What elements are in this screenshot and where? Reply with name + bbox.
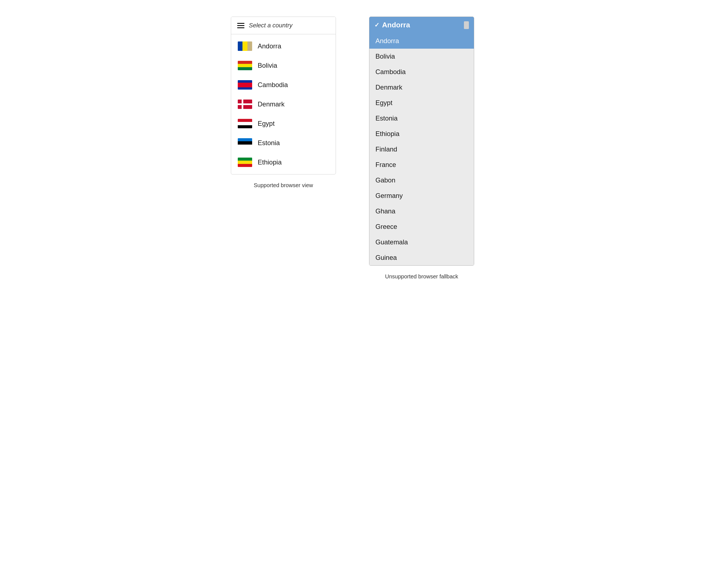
flag-estonia [238, 138, 252, 148]
native-option[interactable]: Guinea [369, 250, 474, 265]
custom-select[interactable]: Select a country Andorra [231, 16, 336, 175]
page-wrapper: Select a country Andorra [231, 16, 474, 280]
selected-with-check: ✓ Andorra [374, 21, 410, 29]
list-item[interactable]: Ethiopia [231, 153, 336, 172]
country-name: Egypt [258, 120, 275, 128]
flag-denmark [238, 100, 252, 109]
flag-ethiopia [238, 158, 252, 167]
native-option[interactable]: Gabon [369, 173, 474, 188]
flag-andorra [238, 42, 252, 51]
country-name: Andorra [258, 42, 281, 50]
native-select-list[interactable]: Andorra Bolivia Cambodia Denmark Egypt E… [369, 33, 474, 265]
native-option[interactable]: Germany [369, 188, 474, 203]
native-option[interactable]: Ethiopia [369, 126, 474, 142]
checkmark-icon: ✓ [374, 21, 379, 29]
hamburger-icon [237, 23, 244, 28]
list-item[interactable]: Denmark [231, 95, 336, 114]
native-option[interactable]: Egypt [369, 95, 474, 110]
list-item[interactable]: Cambodia [231, 75, 336, 95]
native-option[interactable]: Bolivia [369, 49, 474, 64]
native-select[interactable]: ✓ Andorra Andorra Bolivia Cambodia Denma… [369, 16, 474, 266]
selected-country-name: Andorra [382, 21, 410, 29]
list-item[interactable]: Egypt [231, 114, 336, 133]
native-option[interactable]: Ghana [369, 203, 474, 219]
custom-dropdown-list[interactable]: Andorra Bolivia [231, 34, 336, 174]
right-panel: ✓ Andorra Andorra Bolivia Cambodia Denma… [369, 16, 474, 280]
native-option[interactable]: Andorra [369, 33, 474, 49]
native-option[interactable]: Guatemala [369, 234, 474, 250]
flag-bolivia [238, 61, 252, 70]
native-option[interactable]: Denmark [369, 80, 474, 95]
country-name: Ethiopia [258, 158, 282, 166]
native-option[interactable]: Estonia [369, 110, 474, 126]
list-item[interactable]: Andorra [231, 37, 336, 56]
scroll-indicator [464, 21, 469, 29]
custom-dropdown: Andorra Bolivia [231, 34, 336, 174]
flag-egypt [238, 119, 252, 128]
list-item[interactable]: Bolivia [231, 56, 336, 75]
flag-cambodia [238, 80, 252, 90]
list-item[interactable]: Estonia [231, 133, 336, 153]
native-option[interactable]: Greece [369, 219, 474, 234]
select-placeholder: Select a country [249, 22, 292, 29]
native-select-header[interactable]: ✓ Andorra [369, 17, 474, 33]
left-panel-label: Supported browser view [254, 182, 313, 189]
country-name: Denmark [258, 100, 284, 108]
country-name: Estonia [258, 139, 280, 147]
native-option[interactable]: Finland [369, 142, 474, 157]
country-name: Cambodia [258, 81, 288, 89]
left-panel: Select a country Andorra [231, 16, 336, 189]
right-panel-label: Unsupported browser fallback [385, 274, 458, 280]
country-name: Bolivia [258, 62, 277, 69]
custom-select-header[interactable]: Select a country [231, 17, 336, 34]
native-option[interactable]: France [369, 157, 474, 173]
native-option[interactable]: Cambodia [369, 64, 474, 80]
